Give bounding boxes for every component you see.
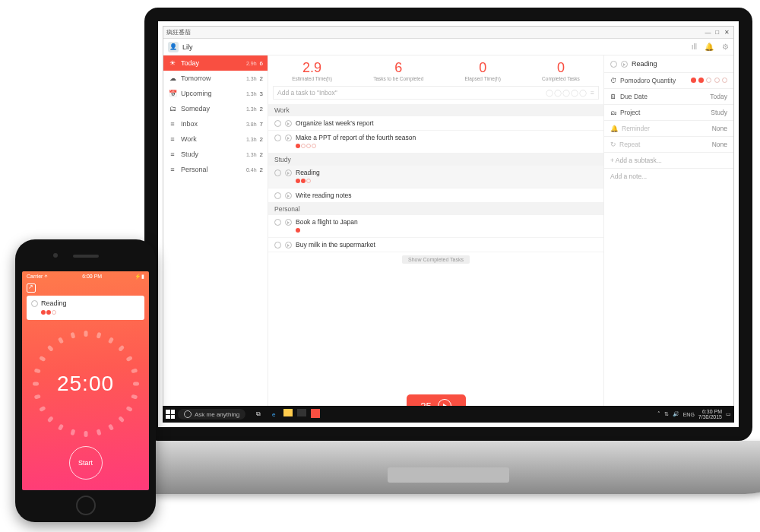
tray-chevron-icon[interactable]: ˄ (657, 411, 660, 417)
cortana-icon (184, 410, 192, 418)
tray-network-icon[interactable]: ⇅ (664, 411, 669, 417)
task-row[interactable]: Book a flight to Japan (268, 215, 603, 238)
bell-icon[interactable]: 🔔 (705, 43, 714, 51)
task-row[interactable]: Make a PPT of report of the fourth seaso… (268, 131, 603, 154)
windows-taskbar: Ask me anything ⧉ e ˄ ⇅ 🔊 ENG 6:30 PM 7/… (163, 406, 734, 423)
app-icon[interactable] (311, 409, 320, 418)
stat-label: Estimated Time(h) (292, 76, 332, 81)
app-window: 疯狂番茄 — □ ✕ 👤 Lily ıll 🔔 ⚙ (163, 26, 734, 423)
phone-task-checkbox[interactable] (31, 300, 38, 307)
phone-device: Carrier ᯤ 6:00 PM ⚡▮ Reading 25:00 Start (15, 239, 156, 522)
tray-date: 7/30/2015 (698, 414, 722, 420)
stat-label: Tasks to be Completed (373, 76, 423, 81)
new-task-input[interactable]: Add a task to "Inbox" ◯◯◯◯◯ ≡ (273, 86, 599, 100)
detail-title: Reading (632, 60, 657, 68)
phone-start-button[interactable]: Start (69, 446, 103, 480)
stat-label: Elapsed Time(h) (465, 76, 501, 81)
stat-value: 6 (373, 60, 423, 76)
pomodoro-picker[interactable]: ◯◯◯◯◯ (546, 89, 587, 97)
window-maximize-button[interactable]: □ (714, 29, 721, 36)
sidebar-item-icon: ≡ (168, 135, 177, 144)
sidebar-item-today[interactable]: ☀ Today 2.9h 6 (163, 55, 268, 71)
task-checkbox[interactable] (274, 120, 281, 127)
task-checkbox[interactable] (274, 135, 281, 141)
phone-home-button[interactable] (76, 496, 96, 515)
phone-clock: 6:00 PM (82, 274, 102, 280)
sidebar-item-icon: ☀ (168, 59, 177, 68)
task-checkbox[interactable] (274, 169, 281, 176)
sidebar-item-count: 2 (260, 166, 263, 173)
laptop-screen: 疯狂番茄 — □ ✕ 👤 Lily ıll 🔔 ⚙ (144, 8, 752, 441)
prop-repeat[interactable]: ↻Repeat None (604, 136, 733, 152)
phone-timer-dial: 25:00 (33, 331, 139, 437)
task-play-icon[interactable] (285, 192, 292, 199)
expand-icon[interactable] (27, 283, 36, 293)
reminder-icon: 🔔 (610, 125, 619, 132)
sidebar-item-icon: 🗂 (168, 104, 177, 113)
cortana-search[interactable]: Ask me anything (178, 409, 245, 420)
add-note-input[interactable]: Add a note... (604, 168, 733, 184)
task-checkbox[interactable] (274, 219, 281, 226)
task-pomodoro-dots (296, 177, 597, 185)
sidebar-item-label: Work (181, 135, 197, 143)
start-button[interactable] (166, 410, 175, 419)
prop-pomodoro[interactable]: ⏱Pomodoro Quantity (604, 72, 733, 88)
explorer-icon[interactable] (283, 409, 293, 416)
task-play-icon[interactable] (285, 135, 292, 141)
sidebar-item-tomorrow[interactable]: ☁ Tomorrow 1.3h 2 (163, 71, 268, 86)
task-play-icon[interactable] (285, 169, 292, 176)
sidebar-item-personal[interactable]: ≡ Personal 0.4h 2 (163, 162, 268, 177)
calendar-icon: 🗓 (610, 93, 617, 100)
task-play-icon[interactable] (285, 242, 292, 249)
sidebar-item-icon: ≡ (168, 165, 177, 174)
sidebar-item-work[interactable]: ≡ Work 1.3h 2 (163, 131, 268, 147)
task-row[interactable]: Reading (268, 166, 603, 188)
show-completed-button[interactable]: Show Completed Tasks (402, 255, 470, 264)
avatar[interactable]: 👤 (168, 42, 179, 52)
username: Lily (182, 43, 193, 51)
sidebar-item-study[interactable]: ≡ Study 1.3h 2 (163, 147, 268, 162)
detail-play-icon[interactable] (621, 61, 628, 68)
task-title: Write reading notes (296, 192, 597, 199)
window-controls: — □ ✕ (705, 29, 730, 36)
prop-reminder[interactable]: 🔔Reminder None (604, 120, 733, 136)
sidebar-item-count: 3 (260, 90, 263, 97)
sidebar-item-count: 7 (260, 121, 263, 128)
prop-due-date[interactable]: 🗓Due Date Today (604, 88, 733, 104)
sidebar-item-inbox[interactable]: ≡ Inbox 3.8h 7 (163, 116, 268, 131)
sidebar-item-icon: 📅 (168, 89, 177, 98)
task-row[interactable]: Organize last week's report (268, 116, 603, 131)
tray-lang[interactable]: ENG (683, 412, 695, 417)
phone-task-card[interactable]: Reading (27, 296, 144, 320)
task-checkbox[interactable] (274, 242, 281, 249)
stats-icon[interactable]: ıll (692, 43, 697, 51)
task-title: Organize last week's report (296, 119, 597, 127)
task-row[interactable]: Buy milk in the supermarket (268, 238, 603, 252)
sidebar-item-label: Upcoming (181, 90, 212, 97)
phone-timer-value: 25:00 (57, 372, 114, 396)
repeat-icon: ↻ (610, 141, 616, 148)
menu-icon[interactable]: ≡ (591, 89, 594, 97)
gear-icon[interactable]: ⚙ (722, 43, 729, 51)
tray-notifications-icon[interactable]: ▭ (726, 411, 731, 417)
sidebar-item-upcoming[interactable]: 📅 Upcoming 1.3h 3 (163, 86, 268, 101)
detail-checkbox[interactable] (610, 61, 617, 68)
task-pomodoro-dots (296, 226, 597, 234)
prop-project[interactable]: 🗂Project Study (604, 104, 733, 120)
window-close-button[interactable]: ✕ (723, 29, 730, 36)
task-row[interactable]: Write reading notes (268, 188, 603, 203)
edge-icon[interactable]: e (268, 409, 279, 420)
add-subtask-input[interactable]: + Add a subtask... (604, 152, 733, 168)
task-play-icon[interactable] (285, 219, 292, 226)
taskview-icon[interactable]: ⧉ (253, 409, 264, 420)
task-checkbox[interactable] (274, 192, 281, 199)
window-minimize-button[interactable]: — (705, 29, 712, 36)
stat-block: 6 Tasks to be Completed (373, 60, 423, 81)
store-icon[interactable] (297, 409, 306, 416)
sidebar-item-someday[interactable]: 🗂 Someday 1.3h 2 (163, 101, 268, 116)
task-title: Make a PPT of report of the fourth seaso… (296, 134, 597, 141)
stat-value: 0 (465, 60, 501, 76)
task-play-icon[interactable] (285, 120, 292, 127)
sidebar: ☀ Today 2.9h 6☁ Tomorrow 1.3h 2📅 Upcomin… (163, 55, 268, 422)
tray-volume-icon[interactable]: 🔊 (673, 411, 679, 417)
